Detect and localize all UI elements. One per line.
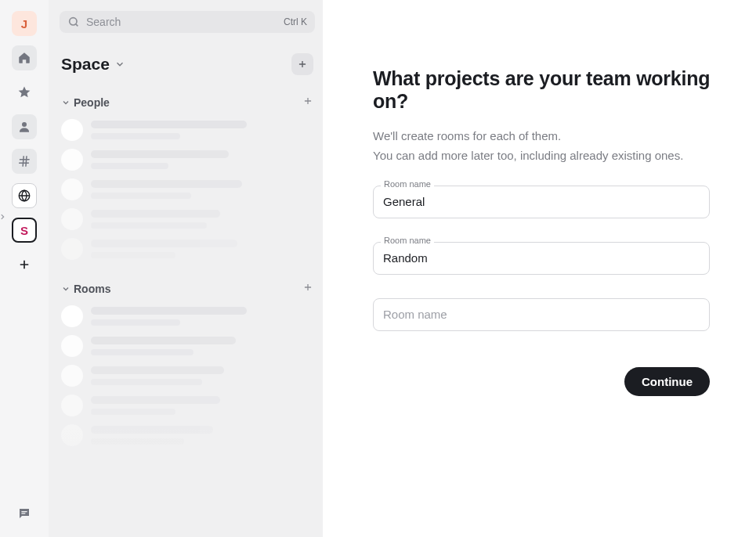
search-shortcut: Ctrl K xyxy=(284,16,307,27)
search-field[interactable]: Search Ctrl K xyxy=(60,11,315,33)
list-item xyxy=(60,423,315,448)
continue-button[interactable]: Continue xyxy=(624,367,710,396)
page-subtitle-1: We'll create rooms for each of them. xyxy=(373,127,748,145)
page-title: What projects are your team working on? xyxy=(373,67,748,113)
globe-icon xyxy=(17,189,31,203)
rooms-button[interactable] xyxy=(12,149,37,174)
add-space-button[interactable] xyxy=(12,252,37,277)
add-room-button[interactable] xyxy=(302,282,313,296)
list-item xyxy=(60,207,315,232)
list-item xyxy=(60,177,315,202)
rail-expand-button[interactable] xyxy=(0,211,6,222)
search-placeholder: Search xyxy=(86,16,277,28)
rooms-placeholder-list xyxy=(60,304,315,448)
chevron-down-icon xyxy=(61,284,71,294)
plus-icon xyxy=(297,59,308,70)
list-item xyxy=(60,304,315,329)
favourites-button[interactable] xyxy=(12,80,37,105)
rooms-label: Rooms xyxy=(74,283,110,295)
svg-rect-2 xyxy=(21,511,27,512)
search-icon xyxy=(67,16,80,28)
home-icon xyxy=(17,51,31,65)
home-button[interactable] xyxy=(12,45,37,70)
field-label: Room name xyxy=(381,179,434,189)
public-space-button[interactable] xyxy=(12,183,37,208)
main-content: What projects are your team working on? … xyxy=(323,0,756,537)
plus-icon xyxy=(302,96,313,106)
room-name-field-3 xyxy=(373,298,710,331)
chevron-down-icon xyxy=(61,98,71,107)
space-title: Space xyxy=(61,55,110,74)
list-item xyxy=(60,236,315,261)
person-icon xyxy=(17,120,31,134)
chevron-right-icon xyxy=(0,213,6,221)
people-section-header[interactable]: People xyxy=(60,89,315,116)
room-name-field-1: Room name xyxy=(373,186,710,218)
room-name-field-2: Room name xyxy=(373,242,710,275)
threads-button[interactable] xyxy=(12,501,37,526)
sidebar: Search Ctrl K Space People xyxy=(49,0,323,537)
room-name-input-3[interactable] xyxy=(373,298,710,331)
list-item xyxy=(60,333,315,359)
space-menu[interactable]: Space xyxy=(61,55,125,74)
create-button[interactable] xyxy=(291,53,313,75)
hash-icon xyxy=(17,154,31,168)
chevron-down-icon xyxy=(114,59,125,70)
plus-icon xyxy=(302,282,313,293)
room-name-input-2[interactable] xyxy=(373,242,710,275)
people-label: People xyxy=(74,96,110,109)
chat-icon xyxy=(17,506,31,521)
svg-point-0 xyxy=(22,122,27,127)
page-subtitle-2: You can add more later too, including al… xyxy=(373,146,748,164)
plus-icon xyxy=(17,258,31,272)
star-icon xyxy=(17,85,31,99)
people-placeholder-list xyxy=(60,117,315,261)
field-label: Room name xyxy=(381,236,434,245)
list-item xyxy=(60,363,315,388)
list-item xyxy=(60,117,315,142)
user-avatar[interactable]: J xyxy=(12,11,37,36)
current-space-button[interactable]: S xyxy=(12,218,37,243)
rooms-section-header[interactable]: Rooms xyxy=(60,276,315,302)
nav-rail: J S xyxy=(0,0,49,537)
list-item xyxy=(60,147,315,172)
room-name-input-1[interactable] xyxy=(373,186,710,218)
svg-point-4 xyxy=(70,18,77,25)
people-button[interactable] xyxy=(12,114,37,139)
list-item xyxy=(60,393,315,418)
svg-rect-3 xyxy=(21,513,25,514)
add-people-button[interactable] xyxy=(302,96,313,110)
